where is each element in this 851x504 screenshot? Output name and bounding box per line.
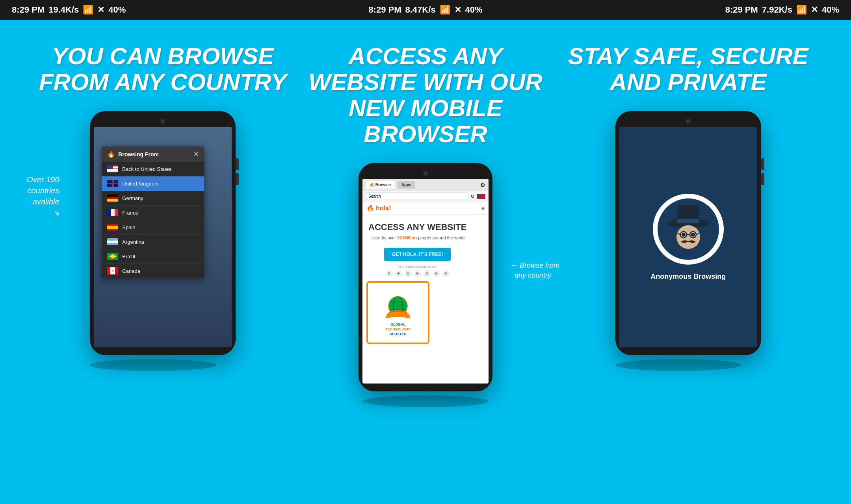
- hola-header: 🔥 hola! ≡: [362, 202, 489, 215]
- phone1-camera: [160, 119, 165, 124]
- gtu-globe-svg: [382, 289, 414, 320]
- country-name-ca: Canada: [122, 268, 140, 274]
- battery-1: 40%: [108, 5, 126, 15]
- hola-menu-icon[interactable]: ≡: [481, 205, 485, 211]
- country-item-br[interactable]: Brazil: [102, 249, 204, 264]
- status-section-3: 8:29 PM 7.92K/s 📶 ✕ 40%: [725, 5, 839, 15]
- gtu-logo: GLOBAL TECHNOLOGY UPDATES: [366, 281, 429, 344]
- flag-uk: [107, 180, 118, 187]
- search-input[interactable]: Search: [366, 193, 468, 200]
- country-item-ca[interactable]: ✦ Canada: [102, 264, 204, 278]
- browsing-from-popup: 🔥 Browsing From ✕ Back to United States: [102, 146, 204, 278]
- svg-point-11: [691, 233, 695, 237]
- browser-bar: 🔥 Browser Apps ⚙: [362, 179, 489, 191]
- wifi-icon-1: 📶: [83, 5, 93, 15]
- phone1-shadow: [90, 359, 216, 371]
- hola-logo: 🔥 hola!: [366, 204, 391, 212]
- battery-3: 40%: [822, 5, 839, 15]
- phone1-side-buttons: [236, 158, 239, 185]
- country-item-ar[interactable]: Argentina: [102, 235, 204, 249]
- country-item-uk[interactable]: United Kingdom: [102, 176, 204, 191]
- panel1-title: YOU CAN BROWSE FROM ANY COUNTRY: [32, 43, 294, 95]
- network-3: 7.92K/s: [762, 5, 792, 15]
- hola-fire: 🔥: [366, 204, 374, 212]
- side-btn-4: [761, 173, 764, 185]
- hola-compat-text: Hola is also Compatible with: [398, 265, 437, 269]
- gtu-updates: UPDATES: [390, 332, 406, 336]
- phone1-notch: [94, 119, 232, 124]
- time-1: 8:29 PM: [12, 5, 45, 15]
- flag-us: [107, 165, 118, 172]
- panel3-title: STAY SAFE, SECURE AND PRIVATE: [557, 43, 819, 95]
- time-3: 8:29 PM: [725, 5, 758, 15]
- country-name-fr: France: [122, 210, 138, 216]
- phone2-shadow: [362, 395, 489, 407]
- annotation-arrow-2: ←: [511, 261, 518, 269]
- fire-icon: 🔥: [107, 150, 115, 158]
- status-section-1: 8:29 PM 19.4K/s 📶 ✕ 40%: [12, 5, 126, 15]
- side-btn-3: [761, 158, 764, 170]
- hola-compat-icons: ⊙ ⊙ ⊙ ⊙ ⊙ ⊙ ⊙: [386, 270, 450, 277]
- network-2: 8.47K/s: [405, 5, 436, 15]
- compat-icon-4: ⊙: [414, 270, 421, 277]
- phone3-screen: Anonymous Browsing: [619, 127, 757, 347]
- phone3-shadow: [615, 359, 741, 371]
- country-item-us[interactable]: Back to United States: [102, 162, 204, 176]
- phone3-side-buttons: [761, 158, 764, 185]
- close-button[interactable]: ✕: [193, 150, 199, 158]
- gtu-global: GLOBAL: [390, 322, 405, 326]
- compat-icon-6: ⊙: [433, 270, 440, 277]
- browser-tab-browser[interactable]: 🔥 Browser: [366, 181, 395, 189]
- wifi-icon-3: 📶: [796, 5, 807, 15]
- gear-icon[interactable]: ⚙: [480, 182, 485, 188]
- phone3-notch: [619, 119, 757, 124]
- browser-tab-apps[interactable]: Apps: [398, 181, 415, 189]
- country-item-de[interactable]: Germany: [102, 191, 204, 206]
- country-item-es[interactable]: Spain: [102, 220, 204, 235]
- wifi-icon-2: 📶: [440, 5, 450, 15]
- phone-3: Anonymous Browsing: [615, 111, 761, 355]
- popup-header-left: 🔥 Browsing From: [107, 150, 159, 158]
- compat-icon-5: ⊙: [424, 270, 431, 277]
- status-section-2: 8:29 PM 8.47K/s 📶 ✕ 40%: [368, 5, 482, 15]
- panel2-container: ← Browse from any country 🔥 Browser: [359, 163, 492, 407]
- x-icon-1: ✕: [97, 5, 104, 15]
- flag-fr: [107, 209, 118, 216]
- anon-label: Anonymous Browsing: [650, 272, 726, 281]
- refresh-icon[interactable]: ↻: [470, 194, 474, 199]
- flag-es: [107, 224, 118, 231]
- hola-logo-text: hola!: [376, 205, 391, 212]
- annotation-arrow-1: ↘: [53, 208, 59, 217]
- browser-tab-label: 🔥 Browser: [370, 183, 391, 187]
- flag-ar: [107, 238, 118, 245]
- panel1-annotation: Over 190countriesavalible ↘: [27, 174, 59, 218]
- svg-point-10: [682, 233, 686, 237]
- country-name-es: Spain: [122, 224, 135, 230]
- annotation-text-2: Browse from any country: [511, 261, 559, 279]
- flag-us-browser: [477, 194, 485, 199]
- gtu-technology: TECHNOLOGY: [385, 327, 411, 331]
- panel2-annotation: ← Browse from any country: [511, 261, 559, 280]
- status-bar: 8:29 PM 19.4K/s 📶 ✕ 40% 8:29 PM 8.47K/s …: [0, 0, 851, 20]
- apps-tab-label: Apps: [401, 183, 411, 187]
- popup-header: 🔥 Browsing From ✕: [102, 146, 204, 162]
- country-name-uk: United Kingdom: [122, 181, 159, 187]
- side-btn-1: [236, 158, 239, 170]
- browsing-from-label: Browsing From: [118, 151, 159, 158]
- country-name-us: Back to United States: [122, 166, 171, 172]
- get-hola-button[interactable]: GET HOLA, IT'S FREE!: [384, 248, 451, 261]
- country-item-fr[interactable]: France: [102, 206, 204, 220]
- annotation-text-1: Over 190countriesavalible: [27, 175, 59, 206]
- phone3-camera: [686, 119, 691, 124]
- compat-icon-7: ⊙: [442, 270, 450, 277]
- panel-1: YOU CAN BROWSE FROM ANY COUNTRY Over 190…: [32, 43, 294, 371]
- x-icon-2: ✕: [454, 5, 461, 15]
- svg-point-9: [676, 225, 700, 249]
- panel-3: STAY SAFE, SECURE AND PRIVATE: [557, 43, 819, 371]
- country-name-ar: Argentina: [122, 239, 144, 245]
- x-icon-3: ✕: [811, 5, 818, 15]
- phone2-camera: [423, 171, 428, 176]
- compat-icon-2: ⊙: [395, 270, 402, 277]
- country-name-br: Brazil: [122, 254, 135, 259]
- panel2-title: ACCESS ANY WEBSITE WITH OUR NEW MOBILE B…: [294, 43, 557, 147]
